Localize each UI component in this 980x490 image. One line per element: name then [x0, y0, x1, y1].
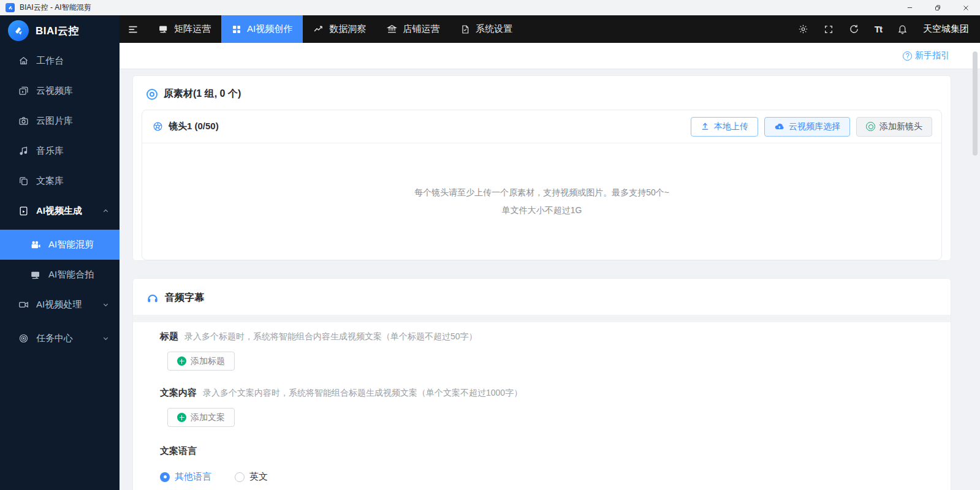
headphones-icon — [146, 292, 159, 304]
sidebar-item-label: 文案库 — [36, 175, 64, 187]
guide-link[interactable]: ? 新手指引 — [903, 50, 949, 61]
logo: BIAI云控 — [0, 15, 120, 46]
chevron-down-icon — [102, 301, 110, 309]
radio-other-language[interactable]: 其他语言 — [160, 471, 211, 483]
app-icon — [6, 3, 15, 12]
main-content: ? 新手指引 原素材(1 组, 0 个) 镜头1 (0/50) — [120, 43, 980, 490]
minimize-button[interactable] — [895, 0, 924, 15]
shot-group-box: 镜头1 (0/50) 本地上传 云视频库选择 添加新 — [142, 110, 942, 260]
settings-doc-icon — [460, 24, 470, 34]
add-content-button[interactable]: 添加文案 — [167, 408, 235, 427]
logo-icon — [8, 20, 29, 41]
sidebar-item-workbench[interactable]: 工作台 — [0, 46, 120, 76]
tab-data-insight[interactable]: 数据洞察 — [303, 15, 376, 43]
close-button[interactable] — [952, 0, 980, 15]
audio-subtitle-card: 音频字幕 标题 录入多个标题时，系统将智能组合内容生成视频文案（单个标题不超过5… — [132, 278, 951, 490]
org-name[interactable]: 天空城集团 — [923, 23, 969, 35]
add-shot-button[interactable]: 添加新镜头 — [856, 117, 932, 137]
shot-group-name: 镜头1 (0/50) — [153, 121, 219, 132]
sidebar-item-ai-video-process[interactable]: AI视频处理 — [0, 290, 120, 320]
radio-unselected-icon — [235, 472, 245, 482]
radio-english[interactable]: 英文 — [235, 471, 268, 483]
radio-selected-icon — [160, 472, 170, 482]
materials-card-header: 原素材(1 组, 0 个) — [133, 76, 951, 110]
video-file-icon — [18, 206, 29, 217]
title-row: 标题 录入多个标题时，系统将智能组合内容生成视频文案（单个标题不超过50字） — [160, 331, 951, 342]
radio-label: 其他语言 — [175, 471, 211, 483]
audio-form: 标题 录入多个标题时，系统将智能组合内容生成视频文案（单个标题不超过50字） 添… — [133, 322, 951, 490]
fullscreen-icon[interactable] — [824, 24, 834, 34]
close-icon — [962, 4, 970, 12]
video-library-icon — [18, 86, 29, 97]
shot-group-title: 镜头1 (0/50) — [169, 121, 219, 132]
sidebar-item-ai-smart-duet[interactable]: AI智能合拍 — [0, 260, 120, 290]
cloud-video-select-button[interactable]: 云视频库选择 — [764, 117, 850, 137]
empty-hint-line2: 单文件大小不超过1G — [502, 205, 582, 216]
sidebar-item-label: 音乐库 — [36, 145, 64, 157]
sidebar-item-ai-smart-mix-cut[interactable]: AI智能混剪 — [0, 230, 120, 260]
sidebar-item-label: 任务中心 — [36, 333, 73, 344]
sidebar-item-task-center[interactable]: 任务中心 — [0, 323, 120, 353]
shot-group-actions: 本地上传 云视频库选择 添加新镜头 — [691, 117, 932, 137]
video-camera-icon — [18, 300, 29, 311]
content-label: 文案内容 — [160, 387, 197, 399]
bell-icon[interactable] — [897, 24, 908, 34]
menu-collapse-icon[interactable] — [127, 24, 139, 35]
font-size-icon[interactable]: Tt — [875, 24, 882, 34]
restore-button[interactable] — [924, 0, 952, 15]
title-hint: 录入多个标题时，系统将智能组合内容生成视频文案（单个标题不超过50字） — [184, 331, 477, 342]
sidebar-item-label: 云图片库 — [36, 115, 73, 127]
music-note-icon — [18, 146, 29, 157]
sidebar-item-ai-video-generate[interactable]: AI视频生成 — [0, 196, 120, 226]
duet-icon — [30, 270, 41, 281]
tab-label: 数据洞察 — [329, 23, 366, 35]
logo-text: BIAI云控 — [36, 24, 79, 38]
window-title: BIAI云控 - AI智能混剪 — [20, 2, 91, 13]
aperture-icon — [153, 121, 163, 132]
tab-label: 店铺运营 — [403, 23, 439, 35]
language-options: 其他语言 英文 — [160, 471, 951, 490]
sidebar-item-label: AI视频处理 — [36, 299, 82, 311]
grid-icon — [232, 24, 241, 34]
page-header: ? 新手指引 — [120, 43, 980, 69]
button-label: 本地上传 — [714, 121, 748, 132]
materials-card: 原素材(1 组, 0 个) 镜头1 (0/50) 本地上传 — [132, 75, 951, 261]
sidebar-item-copy-library[interactable]: 文案库 — [0, 166, 120, 196]
button-label: 添加标题 — [191, 356, 225, 367]
materials-card-title: 原素材(1 组, 0 个) — [164, 88, 241, 100]
tab-label: AI视频创作 — [247, 23, 292, 35]
sidebar-item-cloud-image-library[interactable]: 云图片库 — [0, 106, 120, 136]
sidebar-item-music-library[interactable]: 音乐库 — [0, 136, 120, 166]
sidebar-item-label: AI智能合拍 — [48, 269, 94, 281]
language-label: 文案语言 — [160, 445, 197, 457]
movie-camera-icon — [30, 239, 41, 251]
button-label: 云视频库选择 — [789, 121, 840, 132]
tab-system-settings[interactable]: 系统设置 — [450, 15, 523, 43]
sidebar-item-cloud-video-library[interactable]: 云视频库 — [0, 76, 120, 106]
bank-icon — [387, 24, 397, 34]
tab-matrix-operation[interactable]: 矩阵运营 — [148, 15, 221, 43]
restore-icon — [934, 4, 941, 12]
tab-label: 矩阵运营 — [174, 23, 211, 35]
empty-hint-line1: 每个镜头请至少上传一个原素材，支持视频或图片。最多支持50个~ — [414, 187, 669, 198]
navbar-right: Tt 天空城集团 — [798, 23, 980, 35]
target-icon — [18, 333, 29, 344]
sidebar-item-label: AI视频生成 — [36, 205, 82, 217]
gear-icon[interactable] — [798, 24, 808, 34]
tab-ai-video-creation[interactable]: AI视频创作 — [221, 15, 303, 43]
sidebar-item-label: 云视频库 — [36, 85, 73, 97]
home-icon — [18, 56, 29, 67]
title-label: 标题 — [160, 331, 178, 342]
tab-shop-operation[interactable]: 店铺运营 — [376, 15, 450, 43]
guide-link-label: 新手指引 — [915, 50, 949, 61]
plus-circle-icon — [177, 413, 186, 422]
content-row: 文案内容 录入多个文案内容时，系统将智能组合标题生成视频文案（单个文案不超过10… — [160, 387, 951, 399]
shot-empty-state: 每个镜头请至少上传一个原素材，支持视频或图片。最多支持50个~ 单文件大小不超过… — [142, 143, 941, 260]
chevron-down-icon — [102, 334, 110, 342]
add-title-button[interactable]: 添加标题 — [167, 352, 235, 371]
local-upload-button[interactable]: 本地上传 — [691, 117, 758, 137]
insight-chart-icon — [313, 24, 324, 34]
vertical-scrollbar[interactable] — [973, 51, 978, 156]
sidebar-item-label: 工作台 — [36, 55, 64, 67]
refresh-icon[interactable] — [849, 24, 859, 34]
